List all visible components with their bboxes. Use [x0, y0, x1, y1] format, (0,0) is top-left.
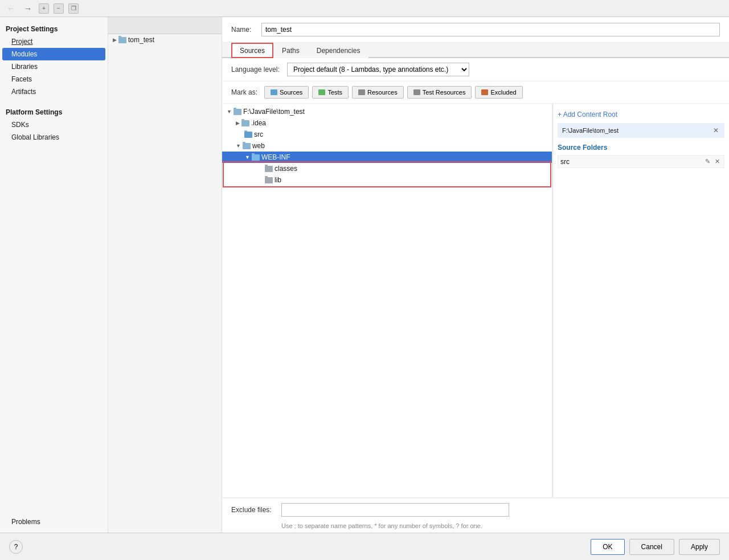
tab-sources[interactable]: Sources	[231, 43, 273, 58]
exclude-label: Exclude files:	[231, 506, 277, 514]
exclude-hint: Use ; to separate name patterns, * for a…	[222, 521, 729, 533]
tab-dependencies[interactable]: Dependencies	[308, 43, 369, 58]
source-folder-label: src	[560, 158, 570, 166]
right-panel: + Add Content Root F:\JavaFile\tom_test …	[552, 104, 729, 497]
tree-idea[interactable]: ▶ .idea	[222, 117, 552, 129]
web-label: web	[252, 142, 265, 150]
main-content: Name: Sources Paths Dependencies Languag…	[222, 17, 729, 533]
name-label: Name:	[231, 26, 257, 34]
classes-folder-icon	[265, 166, 273, 172]
module-chevron[interactable]: ▶	[113, 37, 117, 43]
source-folder-actions: ✎ ✕	[703, 157, 722, 166]
tabs-row: Sources Paths Dependencies	[222, 43, 729, 58]
main-area: Project Settings Project Modules Librari…	[0, 17, 729, 533]
mark-sources-label: Sources	[280, 89, 302, 96]
language-level-select[interactable]: Project default (8 - Lambdas, type annot…	[287, 63, 469, 76]
tree-lib[interactable]: lib	[224, 174, 550, 186]
tree-webinf[interactable]: ▼ WEB-INF	[222, 152, 552, 163]
add-content-root-button[interactable]: + Add Content Root	[558, 108, 724, 121]
lib-folder-icon	[265, 177, 273, 183]
source-folder-item: src ✎ ✕	[558, 155, 724, 168]
sidebar-item-global-libraries[interactable]: Global Libraries	[0, 131, 108, 144]
test-resources-color-dot	[413, 89, 420, 95]
name-input[interactable]	[261, 23, 720, 36]
web-chevron[interactable]: ▼	[236, 143, 241, 149]
back-button[interactable]: ←	[5, 3, 17, 14]
copy-module-button[interactable]: ❐	[68, 3, 79, 14]
tests-color-dot	[318, 89, 325, 95]
mark-excluded-button[interactable]: Excluded	[475, 86, 522, 99]
webinf-folder-icon	[252, 154, 260, 161]
module-tree-item[interactable]: ▶ tom_test	[108, 34, 222, 46]
mark-as-label: Mark as:	[231, 88, 257, 96]
titlebar: ← → + − ❐	[0, 0, 729, 17]
webinf-label: WEB-INF	[261, 153, 290, 161]
resources-color-dot	[358, 89, 365, 95]
file-tree: ▼ F:\JavaFile\tom_test ▶ .idea src	[222, 104, 552, 497]
content-root-close-button[interactable]: ✕	[712, 126, 720, 134]
root-folder-label: F:\JavaFile\tom_test	[243, 108, 305, 116]
webinf-chevron[interactable]: ▼	[245, 154, 250, 160]
mark-tests-button[interactable]: Tests	[312, 86, 349, 99]
mark-tests-label: Tests	[327, 89, 342, 96]
tree-classes[interactable]: classes	[224, 163, 550, 174]
sidebar-item-artifacts[interactable]: Artifacts	[0, 85, 108, 98]
idea-chevron[interactable]: ▶	[236, 120, 240, 126]
project-structure-window: ← → + − ❐ Project Settings Project Modul…	[0, 0, 729, 560]
module-list-header	[108, 17, 222, 34]
platform-settings-title: Platform Settings	[0, 105, 108, 118]
content-root-path: F:\JavaFile\tom_test	[562, 127, 619, 134]
exclude-section: Exclude files: Use ; to separate name pa…	[222, 497, 729, 533]
sidebar-item-libraries[interactable]: Libraries	[0, 60, 108, 73]
exclude-row: Exclude files:	[222, 498, 729, 521]
idea-folder-icon	[241, 120, 249, 126]
sidebar-item-project[interactable]: Project	[0, 35, 108, 48]
apply-button[interactable]: Apply	[679, 539, 720, 555]
web-folder-icon	[243, 143, 251, 149]
forward-button[interactable]: →	[22, 3, 34, 14]
language-level-label: Language level:	[231, 66, 282, 73]
sidebar: Project Settings Project Modules Librari…	[0, 17, 108, 533]
source-folders-title: Source Folders	[558, 140, 724, 154]
webinf-children-outline: classes lib	[224, 163, 550, 186]
name-row: Name:	[222, 17, 729, 43]
add-module-button[interactable]: +	[39, 3, 49, 14]
edit-source-folder-button[interactable]: ✎	[703, 157, 712, 166]
content-root-item: F:\JavaFile\tom_test ✕	[558, 123, 724, 138]
mark-test-resources-label: Test Resources	[423, 89, 466, 96]
tree-root[interactable]: ▼ F:\JavaFile\tom_test	[222, 106, 552, 117]
remove-source-folder-button[interactable]: ✕	[713, 157, 722, 166]
mark-resources-button[interactable]: Resources	[352, 86, 404, 99]
cancel-button[interactable]: Cancel	[629, 539, 674, 555]
sidebar-item-facets[interactable]: Facets	[0, 73, 108, 85]
tree-web[interactable]: ▼ web	[222, 140, 552, 152]
sidebar-item-problems[interactable]: Problems	[0, 516, 108, 528]
exclude-input[interactable]	[281, 503, 509, 517]
language-level-row: Language level: Project default (8 - Lam…	[222, 58, 729, 81]
help-button[interactable]: ?	[9, 540, 23, 554]
mark-sources-button[interactable]: Sources	[264, 86, 309, 99]
module-list-panel: ▶ tom_test	[108, 17, 222, 533]
bottom-bar: ? OK Cancel Apply	[0, 533, 729, 560]
tab-paths[interactable]: Paths	[273, 43, 308, 58]
root-chevron[interactable]: ▼	[227, 109, 232, 115]
mark-resources-label: Resources	[367, 89, 398, 96]
sources-color-dot	[271, 89, 277, 95]
classes-label: classes	[275, 165, 297, 173]
tree-src[interactable]: src	[222, 129, 552, 140]
mark-as-row: Mark as: Sources Tests Resources Test Re…	[222, 81, 729, 104]
mark-excluded-label: Excluded	[490, 89, 516, 96]
sidebar-item-modules[interactable]: Modules	[2, 48, 105, 60]
root-folder-icon	[234, 109, 241, 115]
ok-button[interactable]: OK	[591, 539, 624, 555]
src-folder-icon	[244, 132, 252, 138]
module-folder-icon	[118, 37, 126, 43]
src-label: src	[254, 130, 263, 138]
excluded-color-dot	[481, 89, 488, 95]
sidebar-item-sdks[interactable]: SDKs	[0, 118, 108, 131]
idea-label: .idea	[251, 119, 266, 127]
project-settings-title: Project Settings	[0, 22, 108, 35]
remove-module-button[interactable]: −	[54, 3, 64, 14]
split-content: ▼ F:\JavaFile\tom_test ▶ .idea src	[222, 104, 729, 497]
mark-test-resources-button[interactable]: Test Resources	[407, 86, 472, 99]
